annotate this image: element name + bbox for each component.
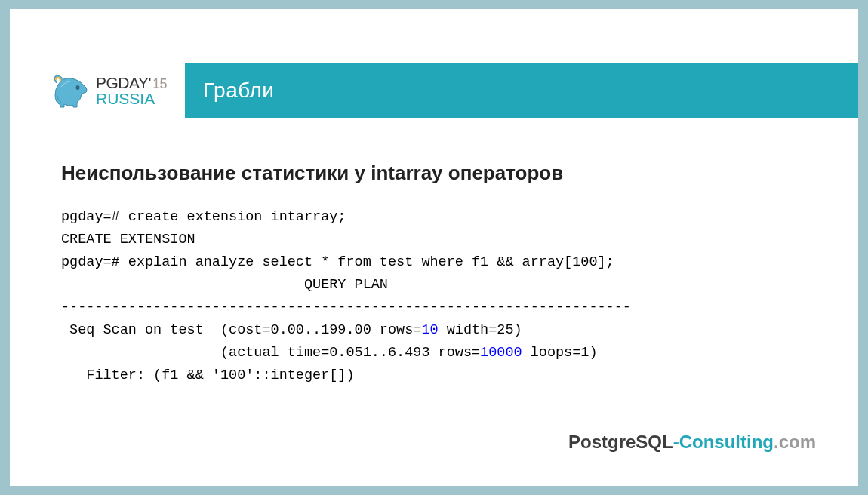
slide: PGDAY'15 RUSSIA Грабли Неиспользование с… [10, 9, 858, 486]
code-highlight: 10000 [480, 345, 522, 361]
slide-header: PGDAY'15 RUSSIA Грабли [10, 63, 858, 118]
code-line: pgday=# explain analyze select * from te… [61, 254, 614, 270]
logo-top-text: PGDAY' [96, 75, 151, 91]
footer-part-2: -Consulting [673, 432, 774, 452]
slide-content: Неиспользование статистики у intarray оп… [10, 118, 858, 387]
subheading: Неиспользование статистики у intarray оп… [61, 161, 807, 185]
code-line: Filter: (f1 && '100'::integer[]) [61, 367, 355, 383]
code-line: CREATE EXTENSION [61, 232, 195, 247]
footer-part-1: PostgreSQL [568, 432, 673, 452]
slide-title: Грабли [203, 78, 275, 103]
code-line-part: loops=1) [522, 345, 598, 361]
code-line-part: width=25) [439, 322, 522, 338]
code-line-part: (actual time=0.051..6.493 rows= [61, 345, 480, 361]
logo-year: 15 [152, 77, 167, 91]
logo-text: PGDAY'15 RUSSIA [96, 75, 167, 106]
code-line: ----------------------------------------… [61, 300, 631, 315]
code-line: QUERY PLAN [61, 277, 388, 293]
code-block: pgday=# create extension intarray; CREAT… [61, 206, 807, 387]
footer-part-3: .com [774, 432, 816, 452]
title-bar: Грабли [185, 63, 858, 118]
svg-point-0 [75, 85, 79, 90]
logo-bottom-text: RUSSIA [96, 91, 167, 106]
code-line-part: Seq Scan on test (cost=0.00..199.00 rows… [61, 322, 421, 338]
footer-brand: PostgreSQL-Consulting.com [568, 432, 816, 453]
code-highlight: 10 [421, 322, 438, 338]
elephant-icon [51, 71, 90, 110]
code-line: pgday=# create extension intarray; [61, 209, 346, 225]
logo-block: PGDAY'15 RUSSIA [10, 63, 185, 118]
